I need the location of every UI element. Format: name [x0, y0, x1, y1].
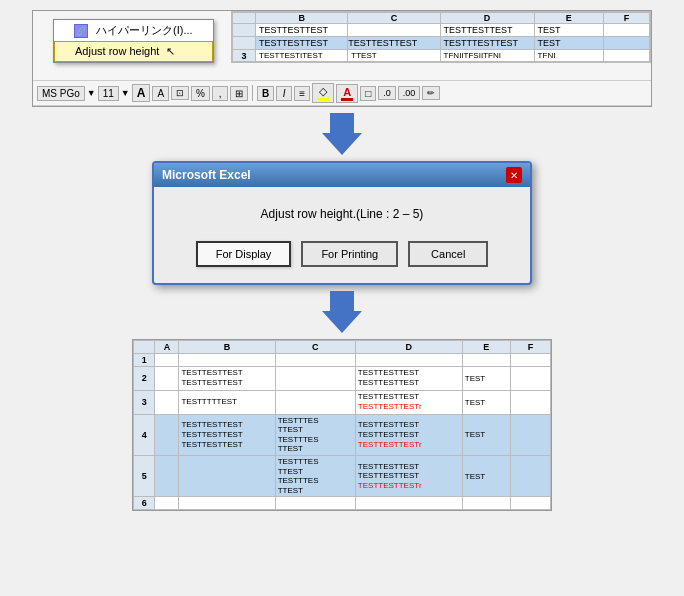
col-header-f: F: [603, 13, 649, 24]
row-num-5: 5: [134, 455, 155, 496]
table-row: 2 TESTTESTTESTTESTTESTTEST TESTTESTTESTT…: [134, 367, 551, 391]
table-row: 5 TESTTTESTTESTTESTTTESTTEST TESTTESTTES…: [134, 455, 551, 496]
col-header-c: C: [348, 13, 440, 24]
cursor-indicator: ↖: [166, 45, 175, 57]
dialog-titlebar: Microsoft Excel ✕: [154, 163, 530, 187]
dialog-box: Microsoft Excel ✕ Adjust row height.(Lin…: [152, 161, 532, 285]
arrow-shaft: [330, 113, 354, 133]
col-header-num: [134, 341, 155, 354]
dialog-buttons: For Display For Printing Cancel: [178, 241, 506, 267]
decimal-dec-btn[interactable]: .00: [398, 86, 421, 100]
table-row: 6: [134, 497, 551, 510]
table-row: 3 TESTTTTTEST TESTTESTTESTTESTTESTTESTr …: [134, 390, 551, 414]
row-num-1: 1: [134, 354, 155, 367]
font-shrink-btn[interactable]: A: [152, 86, 169, 101]
border-btn[interactable]: □: [360, 86, 376, 101]
bold-btn[interactable]: B: [257, 86, 274, 101]
font-selector[interactable]: MS PGo: [37, 86, 85, 101]
dialog-title: Microsoft Excel: [162, 168, 251, 182]
result-grid: A B C D E F 1 2 TESTT: [133, 340, 551, 510]
percent-btn[interactable]: %: [191, 86, 210, 101]
wrap-btn[interactable]: ⊡: [171, 86, 189, 100]
toolbar-sep2: ▼: [121, 88, 130, 98]
table-row: 3 TESTTESTITEST TTEST TFNIITFSIITFNI TFN…: [233, 50, 650, 62]
cancel-button[interactable]: Cancel: [408, 241, 488, 267]
dialog-body: Adjust row height.(Line : 2 – 5) For Dis…: [154, 187, 530, 283]
col-header-d: D: [440, 13, 534, 24]
arrow-shaft-2: [330, 291, 354, 311]
excel-toolbar: MS PGo ▼ 11 ▼ A A ⊡ % , ⊞ B I ≡ ◇ A □ .0…: [33, 81, 651, 106]
toolbar-sep1: ▼: [87, 88, 96, 98]
col-header-f: F: [510, 341, 550, 354]
align-btn[interactable]: ≡: [294, 86, 310, 101]
eraser-btn[interactable]: ✏: [422, 86, 440, 100]
dialog-message: Adjust row height.(Line : 2 – 5): [178, 207, 506, 221]
excel-section-top: 🔗 ハイパーリンク(I)... Adjust row height ↖ B C …: [32, 10, 652, 107]
row-num-4: 4: [134, 414, 155, 455]
font-color-btn[interactable]: A: [336, 84, 358, 103]
col-header-e: E: [462, 341, 510, 354]
comma-btn[interactable]: ,: [212, 86, 228, 101]
row-num-2: 2: [134, 367, 155, 391]
col-header-b: B: [256, 13, 348, 24]
wrap2-btn[interactable]: ⊞: [230, 86, 248, 101]
fill-color-btn[interactable]: ◇: [312, 83, 334, 103]
decimal-inc-btn[interactable]: .0: [378, 86, 396, 100]
col-header-d: D: [355, 341, 462, 354]
for-display-button[interactable]: For Display: [196, 241, 292, 267]
font-size[interactable]: 11: [98, 86, 119, 101]
font-grow-btn[interactable]: A: [132, 84, 151, 102]
table-row: 4 TESTTESTTESTTESTTESTTESTTESTTESTTEST T…: [134, 414, 551, 455]
row-num-6: 6: [134, 497, 155, 510]
arrow-1: [322, 113, 362, 155]
col-header-b: B: [179, 341, 275, 354]
context-menu-item-hyperlink[interactable]: 🔗 ハイパーリンク(I)...: [54, 20, 213, 41]
arrow-2: [322, 291, 362, 333]
row-num-3: 3: [134, 390, 155, 414]
dialog-close-button[interactable]: ✕: [506, 167, 522, 183]
sep1: [252, 85, 253, 101]
for-printing-button[interactable]: For Printing: [301, 241, 398, 267]
arrow-head-2: [322, 311, 362, 333]
arrow-head: [322, 133, 362, 155]
col-header-a: A: [155, 341, 179, 354]
context-menu: 🔗 ハイパーリンク(I)... Adjust row height ↖: [53, 19, 214, 63]
table-row: TESTTESTTEST TESTTESTTEST TEST: [233, 24, 650, 37]
col-header-e: E: [534, 13, 603, 24]
italic-btn[interactable]: I: [276, 86, 292, 101]
table-row: TESTTESTTEST TESTTESTTEST TESTTTESTTEST …: [233, 37, 650, 50]
context-menu-item-adjust-row[interactable]: Adjust row height ↖: [54, 41, 213, 62]
excel-section-result: A B C D E F 1 2 TESTT: [132, 339, 552, 511]
table-row: 1: [134, 354, 551, 367]
col-header-c: C: [275, 341, 355, 354]
col-header-empty: [233, 13, 256, 24]
